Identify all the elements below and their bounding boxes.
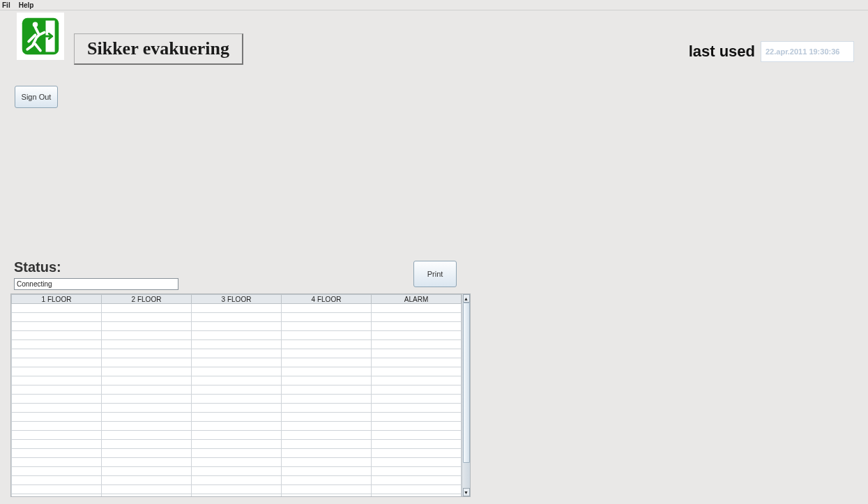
table-cell[interactable]: [102, 322, 192, 331]
table-cell[interactable]: [372, 340, 462, 349]
table-cell[interactable]: [282, 395, 372, 404]
table-cell[interactable]: [372, 413, 462, 422]
table-cell[interactable]: [12, 404, 102, 413]
table-cell[interactable]: [372, 467, 462, 476]
table-cell[interactable]: [372, 422, 462, 431]
table-row[interactable]: [12, 458, 462, 467]
table-row[interactable]: [12, 476, 462, 485]
table-cell[interactable]: [372, 304, 462, 313]
table-cell[interactable]: [192, 313, 282, 322]
table-cell[interactable]: [282, 376, 372, 385]
table-cell[interactable]: [102, 458, 192, 467]
table-cell[interactable]: [12, 467, 102, 476]
col-1floor[interactable]: 1 FLOOR: [12, 295, 102, 304]
table-cell[interactable]: [192, 413, 282, 422]
table-cell[interactable]: [372, 476, 462, 485]
table-row[interactable]: [12, 340, 462, 349]
table-cell[interactable]: [282, 440, 372, 449]
table-cell[interactable]: [102, 313, 192, 322]
vertical-scrollbar[interactable]: ▲ ▼: [462, 294, 470, 496]
table-cell[interactable]: [282, 340, 372, 349]
scroll-thumb[interactable]: [463, 303, 470, 463]
table-cell[interactable]: [12, 358, 102, 367]
table-cell[interactable]: [12, 494, 102, 497]
table-cell[interactable]: [282, 449, 372, 458]
table-cell[interactable]: [102, 331, 192, 340]
table-cell[interactable]: [192, 358, 282, 367]
table-cell[interactable]: [282, 358, 372, 367]
col-3floor[interactable]: 3 FLOOR: [192, 295, 282, 304]
status-field[interactable]: [14, 278, 178, 290]
table-cell[interactable]: [192, 494, 282, 497]
table-row[interactable]: [12, 467, 462, 476]
scroll-down-icon[interactable]: ▼: [463, 488, 470, 496]
table-cell[interactable]: [372, 431, 462, 440]
table-cell[interactable]: [102, 376, 192, 385]
table-cell[interactable]: [372, 395, 462, 404]
table-row[interactable]: [12, 395, 462, 404]
table-cell[interactable]: [282, 494, 372, 497]
table-cell[interactable]: [102, 340, 192, 349]
table-cell[interactable]: [12, 331, 102, 340]
table-cell[interactable]: [102, 485, 192, 494]
table-cell[interactable]: [372, 440, 462, 449]
table-cell[interactable]: [192, 349, 282, 358]
table-cell[interactable]: [372, 358, 462, 367]
table-cell[interactable]: [102, 494, 192, 497]
sign-out-button[interactable]: Sign Out: [15, 86, 58, 108]
table-row[interactable]: [12, 494, 462, 497]
table-cell[interactable]: [102, 422, 192, 431]
table-cell[interactable]: [372, 367, 462, 376]
table-row[interactable]: [12, 431, 462, 440]
table-cell[interactable]: [282, 313, 372, 322]
table-row[interactable]: [12, 485, 462, 494]
table-cell[interactable]: [12, 322, 102, 331]
table-cell[interactable]: [102, 385, 192, 395]
table-cell[interactable]: [282, 404, 372, 413]
table-row[interactable]: [12, 313, 462, 322]
table-cell[interactable]: [12, 376, 102, 385]
table-cell[interactable]: [192, 395, 282, 404]
table-cell[interactable]: [12, 485, 102, 494]
table-cell[interactable]: [282, 349, 372, 358]
table-cell[interactable]: [12, 422, 102, 431]
table-cell[interactable]: [192, 467, 282, 476]
table-cell[interactable]: [372, 458, 462, 467]
table-cell[interactable]: [102, 449, 192, 458]
table-cell[interactable]: [102, 467, 192, 476]
table-cell[interactable]: [192, 431, 282, 440]
table-cell[interactable]: [282, 422, 372, 431]
table-row[interactable]: [12, 404, 462, 413]
table-row[interactable]: [12, 385, 462, 395]
table-cell[interactable]: [372, 485, 462, 494]
col-alarm[interactable]: ALARM: [372, 295, 462, 304]
table-row[interactable]: [12, 440, 462, 449]
table-cell[interactable]: [192, 367, 282, 376]
table-cell[interactable]: [282, 322, 372, 331]
table-cell[interactable]: [192, 440, 282, 449]
table-cell[interactable]: [192, 331, 282, 340]
table-cell[interactable]: [372, 404, 462, 413]
table-row[interactable]: [12, 331, 462, 340]
table-cell[interactable]: [192, 485, 282, 494]
table-cell[interactable]: [282, 485, 372, 494]
print-button[interactable]: Print: [413, 261, 457, 287]
table-cell[interactable]: [12, 476, 102, 485]
table-cell[interactable]: [102, 431, 192, 440]
table-cell[interactable]: [12, 458, 102, 467]
table-cell[interactable]: [192, 340, 282, 349]
table-cell[interactable]: [12, 313, 102, 322]
table-cell[interactable]: [102, 304, 192, 313]
table-cell[interactable]: [372, 349, 462, 358]
table-cell[interactable]: [282, 367, 372, 376]
table-cell[interactable]: [372, 313, 462, 322]
table-cell[interactable]: [192, 376, 282, 385]
table-cell[interactable]: [372, 322, 462, 331]
col-2floor[interactable]: 2 FLOOR: [102, 295, 192, 304]
table-cell[interactable]: [12, 385, 102, 395]
table-cell[interactable]: [282, 304, 372, 313]
table-cell[interactable]: [372, 331, 462, 340]
table-cell[interactable]: [12, 304, 102, 313]
col-4floor[interactable]: 4 FLOOR: [282, 295, 372, 304]
table-cell[interactable]: [192, 449, 282, 458]
